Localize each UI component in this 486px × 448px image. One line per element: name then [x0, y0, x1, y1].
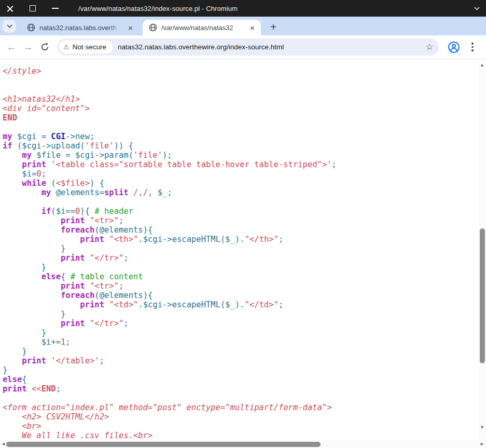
window-close-button[interactable]	[1, 0, 19, 17]
code-token: .$cgi->escapeHTML($_).	[138, 235, 244, 244]
tab-natas32-site[interactable]: natas32.natas.labs.overth ×	[21, 20, 139, 35]
code-token	[3, 151, 22, 160]
globe-icon	[27, 23, 35, 32]
code-token: else	[3, 375, 22, 384]
code-token: 0	[36, 169, 41, 179]
code-token: We all like .csv files.<br>	[3, 431, 152, 440]
code-token: my	[41, 188, 51, 197]
new-tab-button[interactable]: +	[267, 21, 280, 33]
code-line	[3, 393, 478, 403]
code-token: 1	[61, 337, 65, 347]
code-line	[3, 85, 478, 94]
horizontal-scrollbar[interactable]: ◄ ►	[0, 440, 486, 448]
code-token: ;	[123, 253, 128, 263]
code-token: print	[61, 216, 85, 225]
code-line: <form action="index.pl" method="post" en…	[3, 403, 478, 412]
code-line: foreach(@elements){	[3, 291, 478, 300]
code-token: <div id="content">	[3, 104, 90, 113]
code-token: $i=	[3, 169, 36, 179]
code-line: }	[3, 244, 478, 253]
forward-button[interactable]: →	[20, 39, 36, 56]
code-token: "<th>"	[109, 235, 138, 244]
vertical-scrollbar-thumb[interactable]	[480, 228, 485, 363]
code-token	[3, 356, 22, 365]
code-token	[129, 188, 133, 197]
code-token	[3, 216, 61, 225]
code-token: print	[80, 300, 104, 309]
code-token: 'file'	[85, 141, 114, 151]
tab-close-button[interactable]: ×	[126, 23, 135, 32]
code-line: }	[3, 263, 478, 272]
code-token: '</table>'	[51, 356, 99, 365]
code-token: {	[22, 375, 26, 384]
dot-icon	[471, 46, 474, 48]
window-titlebar: /var/www/natas/natas32/index-source.pl -…	[0, 0, 486, 17]
code-line: print "<td>".$cgi->escapeHTML($_)."</td>…	[3, 300, 478, 309]
window-minimize-button[interactable]	[46, 0, 64, 17]
code-token	[3, 281, 61, 291]
address-bar[interactable]: ⚠ Not secure natas32.natas.labs.overthew…	[57, 38, 439, 56]
code-line: print "<tr>";	[3, 281, 478, 291]
chevron-down-icon	[7, 24, 12, 28]
code-token	[85, 319, 90, 328]
scroll-left-arrow-icon[interactable]: ◄	[1, 442, 6, 446]
reload-button[interactable]	[36, 39, 53, 56]
code-token: /,/	[133, 188, 148, 197]
security-chip[interactable]: ⚠ Not secure	[59, 40, 113, 53]
code-line: $i+=1;	[3, 337, 478, 347]
window-maximize-button[interactable]	[24, 0, 41, 17]
minimize-icon	[52, 8, 59, 9]
source-code: </style> <h1>natas32</h1><div id="conten…	[0, 60, 478, 440]
code-token: split	[104, 188, 129, 197]
code-line: <h2> CSV2HTML</h2>	[3, 412, 478, 422]
code-token: }	[3, 244, 65, 253]
code-token: ;	[279, 235, 283, 244]
code-token	[46, 356, 51, 365]
code-token: my	[3, 132, 12, 141]
code-token: (@elements){	[94, 291, 152, 300]
browser-menu-button[interactable]	[466, 39, 479, 55]
scroll-up-arrow-icon[interactable]: ▲	[480, 63, 484, 67]
code-line: if($i==0){ # header	[3, 207, 478, 216]
tab-close-button[interactable]: ×	[248, 23, 257, 32]
tab-title: natas32.natas.labs.overth	[39, 24, 124, 32]
titlebar-chevron-down-icon[interactable]	[471, 7, 482, 10]
code-token: my	[22, 151, 32, 160]
code-token: # table content	[71, 272, 143, 281]
code-token: @elements=	[51, 188, 104, 197]
code-token: 0	[75, 207, 80, 216]
code-token	[3, 225, 61, 235]
code-line: </style>	[3, 66, 478, 76]
code-token: if	[41, 207, 51, 216]
scroll-right-arrow-icon[interactable]: ►	[480, 442, 484, 446]
code-token: ;	[123, 319, 128, 328]
code-line: }	[3, 309, 478, 319]
code-token	[85, 216, 90, 225]
code-line: foreach(@elements){	[3, 225, 478, 235]
code-token: ;	[41, 169, 46, 179]
vertical-scrollbar[interactable]: ▲ ▼	[478, 60, 486, 440]
tab-title: /var/www/natas/natas32	[161, 24, 246, 32]
back-button[interactable]: ←	[3, 39, 20, 56]
code-line: print <<END;	[3, 384, 478, 393]
horizontal-scrollbar-thumb[interactable]	[6, 442, 321, 447]
code-token: "</td>"	[245, 300, 279, 309]
code-line	[3, 76, 478, 85]
code-token: <$file>	[56, 179, 90, 188]
globe-icon	[149, 23, 157, 32]
window-title: /var/www/natas/natas32/index-source.pl -…	[78, 5, 238, 12]
code-token: (	[46, 179, 56, 188]
code-token: # header	[94, 207, 133, 216]
scroll-down-arrow-icon[interactable]: ▼	[480, 425, 484, 430]
bookmark-star-icon[interactable]: ☆	[422, 40, 437, 55]
code-token	[104, 300, 109, 309]
page-content: </style> <h1>natas32</h1><div id="conten…	[0, 60, 478, 440]
profile-avatar[interactable]	[446, 39, 462, 55]
tab-index-source-active[interactable]: /var/www/natas/natas32 ×	[143, 20, 261, 35]
code-line: <h1>natas32</h1>	[3, 94, 478, 104]
code-token: ;	[332, 160, 337, 169]
code-token: ($i==	[51, 207, 75, 216]
code-token: $i+=	[3, 337, 61, 347]
tab-search-button[interactable]	[3, 20, 16, 33]
code-token: ;	[56, 384, 61, 393]
